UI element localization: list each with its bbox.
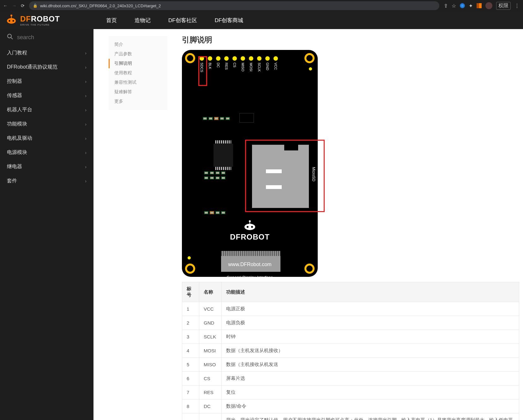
nav-home[interactable]: 首页: [106, 17, 117, 24]
cell-num: 1: [182, 302, 199, 316]
sidebar-item-kit[interactable]: 套件›: [0, 174, 93, 188]
table-row: 4MOSI数据（主机发送从机接收）: [182, 344, 519, 358]
sidebar-item-label: 继电器: [7, 163, 22, 170]
cell-name: DC: [199, 399, 222, 413]
toc-intro[interactable]: 简介: [109, 40, 167, 49]
chevron-right-icon: ›: [85, 122, 87, 127]
cell-desc: 时钟: [221, 330, 519, 344]
regulator-ic: [239, 113, 254, 123]
extension-icon-1[interactable]: [460, 3, 465, 8]
site-header: DFROBOT DRIVE THE FUTURE 首页 造物记 DF创客社区 D…: [0, 11, 523, 29]
pin-label: CS: [233, 63, 237, 76]
pin-mosi: MOSI: [249, 56, 253, 76]
sidebar-item-label: 电机及驱动: [7, 135, 32, 142]
back-icon[interactable]: ←: [3, 3, 8, 8]
display-connector: [221, 251, 280, 272]
sidebar-item-intro[interactable]: 入门教程›: [0, 46, 93, 60]
svg-point-9: [244, 224, 255, 230]
fiducial-dot: [188, 256, 191, 259]
sidebar-item-label: 功能模块: [7, 121, 27, 127]
sidebar-item-relay[interactable]: 继电器›: [0, 160, 93, 174]
reload-icon[interactable]: ⟳: [21, 3, 25, 8]
search-input[interactable]: [17, 34, 87, 41]
cell-desc: 数据（主机接收从机发送: [221, 358, 519, 372]
cell-num: 5: [182, 358, 199, 372]
col-header-name: 名称: [199, 282, 222, 302]
cell-desc: 电源正极: [221, 302, 519, 316]
toc-pins[interactable]: 引脚说明: [109, 59, 167, 68]
nav-zaowuji[interactable]: 造物记: [135, 17, 151, 24]
extensions-icon[interactable]: ✦: [469, 3, 473, 9]
toc-more[interactable]: 更多: [109, 97, 167, 106]
table-row: 5MISO数据（主机接收从机发送: [182, 358, 519, 372]
profile-label[interactable]: 权限: [496, 2, 511, 10]
svg-point-0: [10, 15, 12, 16]
sidebar-item-label: 控制器: [7, 78, 22, 85]
sidebar-item-label: 传感器: [7, 92, 22, 99]
cell-num: 4: [182, 344, 199, 358]
screw-hole: [185, 53, 195, 63]
sidebar-item-power[interactable]: 电源模块›: [0, 145, 93, 160]
sidebar-item-sensor[interactable]: 传感器›: [0, 88, 93, 103]
smd-row: [204, 211, 225, 214]
toc-params[interactable]: 产品参数: [109, 49, 167, 59]
pin-gnd: GND: [265, 56, 270, 76]
sidebar-item-label: 入门教程: [7, 50, 27, 56]
chevron-right-icon: ›: [85, 93, 87, 98]
extension-icon-2[interactable]: [477, 3, 482, 8]
sidebar-item-label: DFRobot通讯协议规范: [7, 64, 57, 70]
pin-sclk: SCLK: [257, 56, 262, 76]
nav-community[interactable]: DF创客社区: [168, 17, 197, 24]
cell-name: SCLK: [199, 330, 222, 344]
sidebar-item-label: 机器人平台: [7, 107, 32, 113]
col-header-num: 标号: [182, 282, 199, 302]
microsd-slot: MicroSD: [252, 145, 309, 208]
svg-point-4: [13, 20, 14, 22]
top-nav: 首页 造物记 DF创客社区 DF创客商城: [106, 17, 243, 24]
cell-num: 7: [182, 386, 199, 399]
fiducial-dot: [309, 67, 312, 70]
board-illustration: SDCS BLK DC RES CS MISO MOSI SCLK GND VC…: [182, 50, 318, 277]
sidebar-item-modules[interactable]: 功能模块›: [0, 117, 93, 131]
table-row: 2GND电源负极: [182, 316, 519, 330]
smd-row: [204, 171, 225, 174]
smd-row: [203, 117, 230, 120]
screw-hole: [304, 53, 315, 63]
sidebar-search[interactable]: [0, 29, 93, 46]
forward-icon[interactable]: →: [12, 3, 16, 8]
cell-name: RES: [199, 386, 222, 399]
toc-tutorial[interactable]: 使用教程: [109, 68, 167, 78]
cell-num: 2: [182, 316, 199, 330]
chevron-right-icon: ›: [85, 107, 87, 113]
logo[interactable]: DFROBOT DRIVE THE FUTURE: [6, 14, 93, 27]
svg-point-5: [8, 34, 11, 38]
search-icon: [7, 33, 13, 41]
chevron-right-icon: ›: [85, 179, 87, 184]
board-url: www.DFRobot.com: [182, 262, 318, 267]
cell-name: MOSI: [199, 344, 222, 358]
cell-desc: 复位: [221, 386, 519, 399]
url-bar[interactable]: 🔒 wiki.dfrobot.com.cn/_SKU_DFR0664_2.0_2…: [29, 1, 439, 10]
board-logo: DFROBOT: [182, 220, 318, 241]
page-toc: 简介 产品参数 引脚说明 使用教程 兼容性测试 疑难解答 更多: [109, 36, 167, 110]
toc-faq[interactable]: 疑难解答: [109, 87, 167, 97]
cell-desc: 数据（主机发送从机接收）: [221, 344, 519, 358]
browser-chrome: ← → ⟳ 🔒 wiki.dfrobot.com.cn/_SKU_DFR0664…: [0, 0, 523, 11]
table-row: 8DC数据/命令: [182, 399, 519, 413]
star-icon[interactable]: ☆: [452, 3, 456, 9]
pin-label: DC: [216, 63, 220, 76]
sidebar-item-robot[interactable]: 机器人平台›: [0, 103, 93, 117]
sidebar-item-motor[interactable]: 电机及驱动›: [0, 131, 93, 145]
nav-mall[interactable]: DF创客商城: [215, 17, 243, 24]
pin-label: SCLK: [257, 63, 261, 76]
share-icon[interactable]: ⇪: [444, 3, 448, 9]
pin-dc: DC: [216, 56, 220, 76]
pin-label: BLK: [208, 63, 212, 76]
display-label: General Display Interface: [182, 275, 318, 280]
sidebar-item-protocol[interactable]: DFRobot通讯协议规范›: [0, 60, 93, 74]
sidebar-item-controller[interactable]: 控制器›: [0, 74, 93, 88]
toc-compat[interactable]: 兼容性测试: [109, 78, 167, 87]
profile-avatar[interactable]: [485, 2, 492, 9]
highlight-box-sdcs: [198, 56, 207, 86]
menu-icon[interactable]: ⋮: [514, 3, 520, 9]
